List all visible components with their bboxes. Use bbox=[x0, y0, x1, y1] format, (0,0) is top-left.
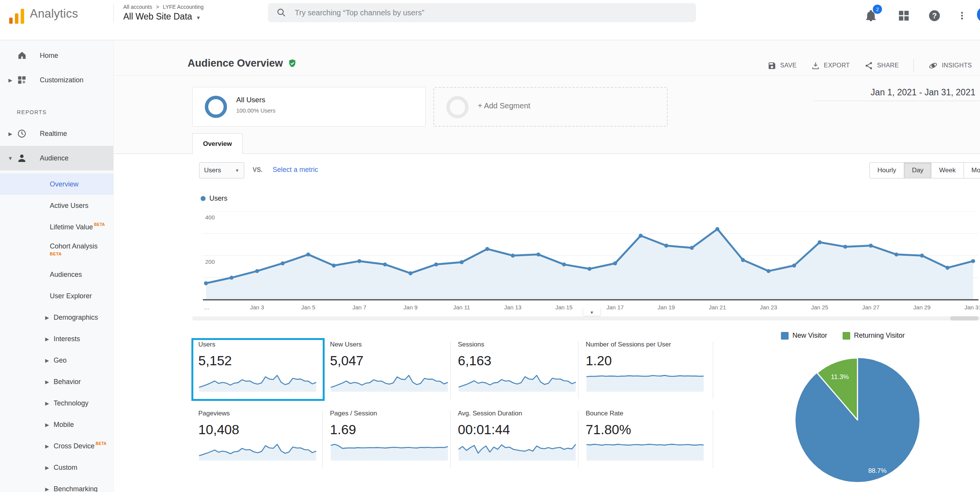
x-tick-label: Jan 13 bbox=[504, 304, 521, 311]
card-divider bbox=[450, 342, 451, 399]
pie-legend-returning-visitor[interactable]: Returning Visitor bbox=[843, 332, 905, 340]
segment-ring-icon bbox=[205, 96, 227, 118]
sidebar-item-mobile[interactable]: ▶Mobile bbox=[0, 414, 113, 435]
sidebar-nav: Home▶CustomizationREPORTS▶Realtime▼Audie… bbox=[0, 40, 114, 492]
chevron-right-icon: ▶ bbox=[44, 443, 50, 449]
metric-value: 1.69 bbox=[330, 422, 449, 437]
date-range-selector[interactable]: Jan 1, 2021 - Jan 31, 2021 ▼ bbox=[815, 86, 980, 101]
search-input[interactable] bbox=[294, 8, 640, 18]
x-tick-label: Jan 7 bbox=[352, 304, 366, 311]
granularity-week[interactable]: Week bbox=[931, 162, 964, 178]
metric-card-new-users[interactable]: New Users 5,047 bbox=[330, 341, 449, 398]
report-actions: SAVE EXPORT SHARE bbox=[768, 59, 972, 72]
granularity-month[interactable]: Month bbox=[964, 162, 980, 178]
search-bar[interactable] bbox=[268, 3, 696, 22]
breadcrumb-account[interactable]: LYFE Accounting bbox=[163, 4, 203, 10]
sidebar-item-benchmarking[interactable]: ▶Benchmarking bbox=[0, 478, 113, 492]
granularity-day[interactable]: Day bbox=[904, 162, 931, 178]
chevron-right-icon: ▶ bbox=[44, 465, 50, 471]
metric-card-sessions[interactable]: Sessions 6,163 bbox=[458, 341, 577, 398]
x-tick-label: Jan 25 bbox=[811, 304, 828, 311]
svg-text:88.7%: 88.7% bbox=[868, 467, 887, 474]
save-icon bbox=[768, 61, 776, 70]
top-app-bar: Analytics All accounts > LYFE Accounting… bbox=[0, 0, 980, 40]
card-divider bbox=[450, 410, 451, 468]
analytics-logo-icon[interactable] bbox=[8, 8, 26, 25]
share-button[interactable]: SHARE bbox=[864, 61, 899, 70]
metric-dropdown[interactable]: Users ▼ bbox=[199, 162, 244, 178]
metric-card-avg-session-duration[interactable]: Avg. Session Duration 00:01:44 bbox=[458, 410, 577, 467]
avatar[interactable] bbox=[977, 7, 980, 22]
export-button[interactable]: EXPORT bbox=[811, 61, 850, 70]
metric-card-pageviews[interactable]: Pageviews 10,408 bbox=[198, 410, 318, 467]
x-tick-label: Jan 23 bbox=[760, 304, 777, 311]
sidebar-item-home[interactable]: Home bbox=[0, 43, 113, 68]
sidebar-item-geo[interactable]: ▶Geo bbox=[0, 350, 113, 371]
granularity-hourly[interactable]: Hourly bbox=[869, 162, 904, 178]
x-tick-label: Jan 17 bbox=[606, 304, 624, 311]
sidebar-item-interests[interactable]: ▶Interests bbox=[0, 328, 113, 350]
sparkline-chart bbox=[586, 372, 704, 392]
visitor-pie-chart[interactable]: 11.3% 88.7% bbox=[792, 355, 923, 485]
sidebar-item-audiences[interactable]: Audiences bbox=[0, 264, 113, 285]
breadcrumb[interactable]: All accounts > LYFE Accounting bbox=[123, 4, 204, 10]
search-icon bbox=[276, 8, 286, 18]
y-tick-400: 400 bbox=[205, 214, 215, 221]
chart-scrollbar[interactable] bbox=[192, 316, 980, 320]
sidebar-item-active-users[interactable]: Active Users bbox=[0, 195, 113, 216]
add-segment-button[interactable]: + Add Segment bbox=[433, 87, 668, 127]
chevron-down-icon: ▼ bbox=[235, 168, 239, 173]
property-selector[interactable]: All Web Site Data▼ bbox=[123, 11, 201, 22]
save-button[interactable]: SAVE bbox=[768, 61, 797, 70]
metric-value: 71.80% bbox=[586, 422, 705, 437]
chevron-down-icon: ▼ bbox=[196, 15, 201, 21]
verified-shield-icon bbox=[287, 58, 297, 69]
sidebar-item-cohort-analysis[interactable]: Cohort AnalysisBETA bbox=[0, 238, 113, 264]
brand-title: Analytics bbox=[30, 7, 78, 21]
sidebar-item-demographics[interactable]: ▶Demographics bbox=[0, 307, 113, 328]
chart-collapse-handle[interactable]: ▼ bbox=[583, 309, 601, 316]
metric-card-number-of-sessions-per-user[interactable]: Number of Sessions per User 1.20 bbox=[586, 341, 705, 398]
metric-value: 00:01:44 bbox=[458, 422, 577, 437]
sidebar-item-audience[interactable]: ▼Audience bbox=[0, 146, 113, 170]
sidebar-item-lifetime-value[interactable]: Lifetime ValueBETA bbox=[0, 216, 113, 238]
overflow-menu-icon[interactable] bbox=[957, 9, 967, 22]
card-divider bbox=[713, 410, 713, 468]
metric-card-pages-session[interactable]: Pages / Session 1.69 bbox=[330, 410, 449, 467]
segment-all-users[interactable]: All Users 100.00% Users bbox=[192, 87, 426, 127]
metric-value: 5,152 bbox=[198, 353, 318, 368]
apps-grid-icon[interactable] bbox=[897, 9, 910, 22]
sidebar-item-technology[interactable]: ▶Technology bbox=[0, 392, 113, 414]
chart-scrollbar-thumb[interactable] bbox=[950, 316, 978, 320]
metric-card-bounce-rate[interactable]: Bounce Rate 71.80% bbox=[586, 410, 705, 467]
chevron-right-icon: ▶ bbox=[44, 400, 50, 406]
notification-badge: 2 bbox=[873, 5, 882, 14]
pie-legend-new-visitor[interactable]: New Visitor bbox=[781, 332, 827, 340]
x-tick-label: Jan 11 bbox=[453, 304, 470, 311]
metric-value: 6,163 bbox=[458, 353, 577, 368]
x-tick-label: Jan 31 bbox=[964, 304, 980, 311]
insights-button[interactable]: INSIGHTS bbox=[928, 61, 972, 70]
sidebar-item-custom[interactable]: ▶Custom bbox=[0, 457, 113, 478]
x-tick-label: Jan 9 bbox=[403, 304, 418, 311]
help-icon[interactable]: ? bbox=[928, 9, 941, 22]
chevron-right-icon: ▶ bbox=[44, 486, 50, 492]
breadcrumb-all-accounts[interactable]: All accounts bbox=[123, 4, 152, 10]
sidebar-item-behavior[interactable]: ▶Behavior bbox=[0, 371, 113, 392]
metric-value: 5,047 bbox=[330, 353, 449, 368]
beta-badge: BETA bbox=[96, 441, 106, 446]
x-tick-label: Jan 21 bbox=[709, 304, 726, 311]
sidebar-item-overview[interactable]: Overview bbox=[0, 173, 113, 195]
customization-icon bbox=[17, 75, 27, 85]
users-line-chart[interactable] bbox=[203, 211, 978, 301]
select-metric-link[interactable]: Select a metric bbox=[273, 166, 318, 174]
sidebar-item-realtime[interactable]: ▶Realtime bbox=[0, 121, 113, 146]
clock-icon bbox=[17, 129, 27, 139]
chevron-right-icon: ▶ bbox=[44, 358, 50, 363]
sidebar-item-customization[interactable]: ▶Customization bbox=[0, 68, 113, 92]
x-tick-label: Jan 27 bbox=[862, 304, 879, 311]
metric-card-users[interactable]: Users 5,152 bbox=[198, 341, 318, 398]
sidebar-item-user-explorer[interactable]: User Explorer bbox=[0, 285, 113, 307]
tab-overview[interactable]: Overview bbox=[192, 133, 243, 154]
sidebar-item-cross-device[interactable]: ▶Cross DeviceBETA bbox=[0, 435, 113, 457]
